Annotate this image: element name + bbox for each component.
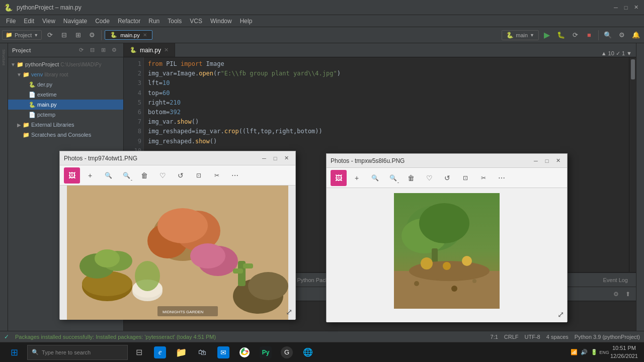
notifications-button[interactable]: 🔔 bbox=[630, 29, 642, 41]
photo-view-btn-2[interactable]: 🖼 bbox=[331, 170, 347, 186]
photo-crop-btn-1[interactable]: ⊡ bbox=[191, 167, 207, 184]
editor-scrollbar[interactable] bbox=[629, 57, 636, 272]
menu-file[interactable]: File bbox=[2, 17, 20, 26]
tree-item-extlibs[interactable]: ▶ 📁 External Libraries bbox=[8, 120, 123, 130]
window-controls[interactable]: ─ □ ✕ bbox=[612, 4, 640, 12]
tree-item-exetime[interactable]: ▶ 📄 exetime bbox=[8, 89, 123, 100]
photo-maximize-1[interactable]: □ bbox=[270, 153, 280, 163]
taskbar-clock[interactable]: 10:51 PM 12/26/2021 bbox=[610, 344, 638, 360]
photo-minimize-2[interactable]: ─ bbox=[531, 156, 541, 166]
photo-delete-btn-2[interactable]: 🗑 bbox=[403, 170, 419, 186]
photo-add-btn-2[interactable]: + bbox=[349, 170, 365, 186]
tree-item-pctemp[interactable]: ▶ 📄 pctemp bbox=[8, 110, 123, 120]
collapse-btn[interactable]: ⊟ bbox=[58, 29, 70, 41]
sidebar-sync-btn[interactable]: ⟳ bbox=[76, 45, 86, 55]
photo-close-1[interactable]: ✕ bbox=[281, 153, 291, 163]
structure-tab[interactable]: Structure bbox=[2, 49, 6, 65]
settings-gear-button[interactable]: ⚙ bbox=[616, 29, 628, 41]
photo-expand-btn-1[interactable]: ⤢ bbox=[286, 307, 292, 317]
tree-item-derpy[interactable]: ▶ 🐍 der.py bbox=[8, 79, 123, 89]
taskbar-app-chrome[interactable] bbox=[234, 342, 255, 363]
photo-close-2[interactable]: ✕ bbox=[553, 156, 563, 166]
tree-item-venv[interactable]: ▼ 📁 venv library root bbox=[8, 69, 123, 79]
tab-close-mainpy[interactable]: ✕ bbox=[164, 47, 169, 53]
maximize-button[interactable]: □ bbox=[622, 4, 630, 12]
tray-battery[interactable]: 🔋 bbox=[590, 348, 598, 356]
expand-btn[interactable]: ⊞ bbox=[72, 29, 84, 41]
sidebar-collapse-btn[interactable]: ⊟ bbox=[87, 45, 97, 55]
tree-arrow-root[interactable]: ▼ bbox=[10, 62, 16, 67]
photo-zoomin-btn-1[interactable]: 🔍 bbox=[100, 167, 116, 184]
menu-vcs[interactable]: VCS bbox=[186, 17, 206, 26]
photo-crop-btn-2[interactable]: ⊡ bbox=[457, 170, 473, 186]
event-log-btn[interactable]: Event Log bbox=[599, 277, 632, 284]
photo-rotate-btn-2[interactable]: ↺ bbox=[439, 170, 455, 186]
taskbar-app-mail[interactable]: ✉ bbox=[213, 342, 233, 363]
status-python[interactable]: Python 3.9 (pythonProject) bbox=[575, 334, 640, 340]
tree-arrow-venv[interactable]: ▼ bbox=[16, 72, 22, 77]
photo-maximize-2[interactable]: □ bbox=[542, 156, 552, 166]
menu-navigate[interactable]: Navigate bbox=[59, 17, 91, 26]
search-everywhere-button[interactable]: 🔍 bbox=[602, 29, 614, 41]
run-settings-btn[interactable]: ⚙ bbox=[612, 290, 620, 298]
photo-heart-btn-2[interactable]: ♡ bbox=[421, 170, 437, 186]
photo-zoomout-btn-2[interactable]: 🔍 - bbox=[385, 170, 401, 186]
status-indent[interactable]: 4 spaces bbox=[546, 334, 569, 340]
close-tab-icon[interactable]: ✕ bbox=[143, 32, 147, 38]
minimize-button[interactable]: ─ bbox=[612, 4, 620, 12]
photo-view-btn-1[interactable]: 🖼 bbox=[64, 167, 80, 184]
tree-item-scratches[interactable]: ▶ 📁 Scratches and Consoles bbox=[8, 130, 123, 140]
start-button[interactable]: ⊞ bbox=[2, 342, 26, 363]
tray-volume[interactable]: 🔊 bbox=[580, 348, 588, 356]
photo-heart-btn-1[interactable]: ♡ bbox=[154, 167, 171, 184]
photo-add-btn-1[interactable]: + bbox=[82, 167, 98, 184]
menu-refactor[interactable]: Refactor bbox=[114, 17, 144, 26]
project-btn[interactable]: 📁 Project ▼ bbox=[2, 30, 42, 40]
tab-mainpy[interactable]: 🐍 main.py ✕ bbox=[124, 43, 175, 57]
taskbar-app-store[interactable]: 🛍 bbox=[192, 342, 212, 363]
tree-arrow-extlibs[interactable]: ▶ bbox=[16, 122, 22, 128]
run-button[interactable]: ▶ bbox=[541, 29, 553, 41]
run-expand-btn[interactable]: ⬆ bbox=[624, 290, 632, 298]
taskbar-app-unknown[interactable]: 🌐 bbox=[298, 342, 318, 363]
taskbar-app-explorer[interactable]: 📁 bbox=[171, 342, 191, 363]
menu-run[interactable]: Run bbox=[144, 17, 164, 26]
run-with-coverage-button[interactable]: ⟳ bbox=[569, 29, 581, 41]
settings-btn[interactable]: ⚙ bbox=[86, 29, 98, 41]
photo-rotate-btn-1[interactable]: ↺ bbox=[173, 167, 189, 184]
photo-expand-btn-2[interactable]: ⤢ bbox=[557, 310, 564, 319]
menu-window[interactable]: Window bbox=[206, 17, 236, 26]
photo-edit-btn-1[interactable]: ✂ bbox=[209, 167, 225, 184]
photo-edit-btn-2[interactable]: ✂ bbox=[475, 170, 492, 186]
close-button[interactable]: ✕ bbox=[632, 4, 640, 12]
menu-view[interactable]: View bbox=[38, 17, 59, 26]
status-line-col[interactable]: 7:1 bbox=[491, 334, 498, 340]
menu-tools[interactable]: Tools bbox=[164, 17, 186, 26]
sidebar-settings-btn[interactable]: ⚙ bbox=[109, 45, 119, 55]
sync-btn[interactable]: ⟳ bbox=[44, 29, 56, 41]
photo-zoomin-btn-2[interactable]: 🔍 bbox=[367, 170, 383, 186]
photo-more-btn-2[interactable]: ⋯ bbox=[494, 170, 510, 186]
menu-help[interactable]: Help bbox=[236, 17, 257, 26]
menu-edit[interactable]: Edit bbox=[20, 17, 38, 26]
tree-item-mainpy[interactable]: ▶ 🐍 main.py bbox=[8, 100, 123, 110]
taskbar-app-pycharm[interactable]: Py bbox=[256, 342, 276, 363]
main-py-tab-toolbar[interactable]: 🐍 main.py ✕ bbox=[105, 30, 152, 40]
tree-item-pythonproject[interactable]: ▼ 📁 pythonProject C:\Users\IMAD\Py bbox=[8, 59, 123, 69]
taskbar-app-taskview[interactable]: ⊟ bbox=[129, 342, 149, 363]
sidebar-expand-btn[interactable]: ⊞ bbox=[98, 45, 108, 55]
status-encoding[interactable]: UTF-8 bbox=[525, 334, 540, 340]
tray-network[interactable]: 📶 bbox=[570, 348, 578, 356]
status-crlf[interactable]: CRLF bbox=[504, 334, 519, 340]
photo-minimize-1[interactable]: ─ bbox=[259, 153, 269, 163]
menu-code[interactable]: Code bbox=[91, 17, 114, 26]
debug-button[interactable]: 🐛 bbox=[555, 29, 567, 41]
stop-button[interactable]: ■ bbox=[583, 29, 595, 41]
photo-more-btn-1[interactable]: ⋯ bbox=[227, 167, 243, 184]
taskbar-search[interactable]: 🔍 Type here to search bbox=[27, 345, 128, 360]
photo-delete-btn-1[interactable]: 🗑 bbox=[136, 167, 152, 184]
photo-zoomout-btn-1[interactable]: 🔍 - bbox=[118, 167, 134, 184]
scroll-thumb[interactable] bbox=[631, 59, 635, 79]
run-config-selector[interactable]: 🐍 main ▼ bbox=[502, 30, 539, 40]
taskbar-app-edge[interactable]: e bbox=[150, 342, 170, 363]
